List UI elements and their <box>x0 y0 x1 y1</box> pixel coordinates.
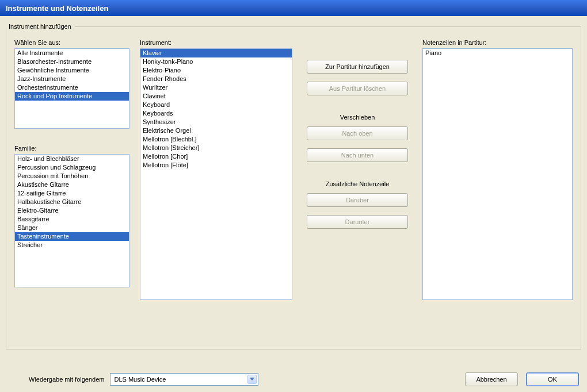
col-instrument: Instrument: KlavierHonky-tonk-PianoElekt… <box>140 39 292 341</box>
list-item[interactable]: Mellotron [Blechbl.] <box>140 135 292 144</box>
delete-from-score-button[interactable]: Aus Partitur löschen <box>307 82 408 95</box>
combo-arrow-icon <box>247 375 257 384</box>
footer: Wiedergabe mit folgendem DLS Music Devic… <box>0 372 587 386</box>
list-item[interactable]: Sänger <box>15 224 129 232</box>
choose-from-label: Wählen Sie aus: <box>14 39 129 46</box>
instrument-listbox[interactable]: KlavierHonky-tonk-PianoElektro-PianoFend… <box>140 48 292 300</box>
dialog-body: Instrument hinzufügen Wählen Sie aus: Al… <box>0 16 587 392</box>
cancel-button[interactable]: Abbrechen <box>465 372 518 386</box>
list-item[interactable]: Percussion mit Tonhöhen <box>15 172 129 180</box>
window-title: Instrumente und Notenzeilen <box>6 4 108 13</box>
list-item[interactable]: Halbakustische Gitarre <box>15 198 129 206</box>
columns: Wählen Sie aus: Alle InstrumenteBlasorch… <box>14 39 573 341</box>
instrument-label: Instrument: <box>140 39 292 46</box>
staves-listbox[interactable]: Piano <box>422 48 573 300</box>
ok-button[interactable]: OK <box>526 372 579 386</box>
titlebar: Instrumente und Notenzeilen <box>0 0 587 16</box>
list-item[interactable]: Orchesterinstrumente <box>15 83 129 92</box>
list-item[interactable]: Blasorchester-Instrumente <box>15 57 129 66</box>
list-item[interactable]: 12-saitige Gitarre <box>15 189 129 198</box>
list-item[interactable]: Piano <box>423 49 572 57</box>
list-item[interactable]: Gewöhnliche Instrumente <box>15 66 129 75</box>
list-item[interactable]: Alle Instrumente <box>15 49 129 57</box>
list-item[interactable]: Elektro-Gitarre <box>15 206 129 215</box>
list-item[interactable]: Keyboards <box>140 109 292 118</box>
list-item[interactable]: Percussion und Schlagzeug <box>15 163 129 172</box>
categories-listbox[interactable]: Alle InstrumenteBlasorchester-Instrument… <box>14 48 129 129</box>
col-staves: Notenzeilen in Partitur: Piano <box>422 39 573 341</box>
list-item[interactable]: Jazz-Instrumente <box>15 75 129 83</box>
list-item[interactable]: Holz- und Blechbläser <box>15 155 129 163</box>
move-up-button[interactable]: Nach oben <box>307 126 408 140</box>
playback-device-value: DLS Music Device <box>114 376 166 383</box>
groupbox-title-row: Instrument hinzufügen <box>6 23 581 30</box>
move-label: Verschieben <box>340 114 375 121</box>
list-item[interactable]: Klavier <box>140 49 292 57</box>
groupbox-title: Instrument hinzufügen <box>6 23 75 30</box>
list-item[interactable]: Bassgitarre <box>15 215 129 224</box>
list-item[interactable]: Akustische Gitarre <box>15 180 129 189</box>
list-item[interactable]: Synthesizer <box>140 118 292 126</box>
add-instrument-groupbox: Instrument hinzufügen Wählen Sie aus: Al… <box>6 28 581 349</box>
list-item[interactable]: Streicher <box>15 241 129 249</box>
col-categories-family: Wählen Sie aus: Alle InstrumenteBlasorch… <box>14 39 129 341</box>
staves-label: Notenzeilen in Partitur: <box>422 39 573 46</box>
playback-device-label: Wiedergabe mit folgendem <box>29 376 104 383</box>
list-item[interactable]: Keyboard <box>140 101 292 109</box>
list-item[interactable]: Mellotron [Chor] <box>140 152 292 161</box>
add-to-score-button[interactable]: Zur Partitur hinzufügen <box>307 60 408 74</box>
staff-below-button[interactable]: Darunter <box>307 215 408 229</box>
list-item[interactable]: Wurlitzer <box>140 83 292 92</box>
list-item[interactable]: Honky-tonk-Piano <box>140 57 292 66</box>
list-item[interactable]: Clavinet <box>140 92 292 101</box>
groupbox-divider <box>75 26 581 27</box>
move-down-button[interactable]: Nach unten <box>307 148 408 162</box>
staff-above-button[interactable]: Darüber <box>307 193 408 207</box>
family-listbox[interactable]: Holz- und BlechbläserPercussion und Schl… <box>14 154 129 287</box>
list-item[interactable]: Elektrische Orgel <box>140 126 292 135</box>
list-item[interactable]: Elektro-Piano <box>140 66 292 75</box>
list-item[interactable]: Tasteninstrumente <box>15 232 129 241</box>
playback-device-combo[interactable]: DLS Music Device <box>110 373 258 386</box>
list-item[interactable]: Mellotron [Flöte] <box>140 161 292 170</box>
extra-staff-label: Zusätzliche Notenzeile <box>326 180 390 187</box>
list-item[interactable]: Rock und Pop Instrumente <box>15 92 129 101</box>
list-item[interactable]: Fender Rhodes <box>140 75 292 83</box>
list-item[interactable]: Mellotron [Streicher] <box>140 144 292 152</box>
col-buttons: Zur Partitur hinzufügen Aus Partitur lös… <box>303 39 412 341</box>
family-label: Familie: <box>14 145 129 152</box>
